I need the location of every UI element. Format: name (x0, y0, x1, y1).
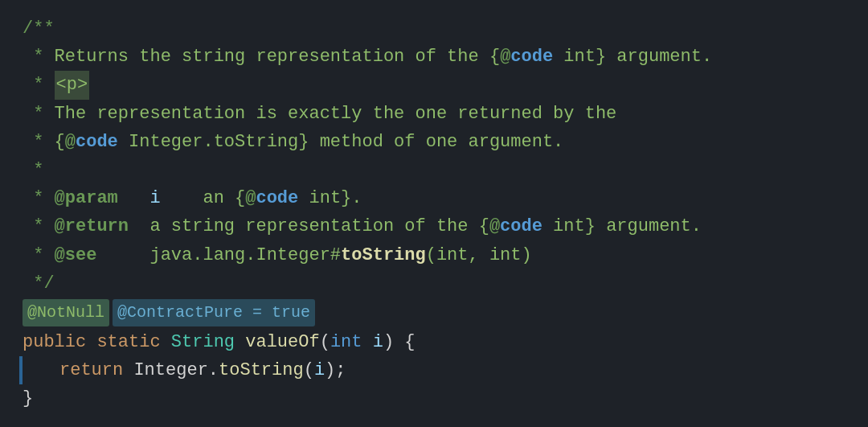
line-method-sig: public static String valueOf ( int i ) { (23, 328, 845, 356)
line-return-tag: * @return a string representation of the… (23, 212, 845, 240)
line-comment-close: */ (23, 269, 845, 298)
line-comment-open: /** (23, 14, 845, 43)
returns-text: Returns (55, 43, 140, 71)
line-see-tag: * @see java.lang.Integer#toString(int, i… (23, 241, 845, 269)
line-method-body: return Integer. toString ( i ); (19, 356, 845, 384)
tag-param: @param (55, 184, 118, 212)
comment-open-token: /** (23, 14, 55, 43)
tag-see: @see (55, 241, 97, 269)
line-empty-star: * (23, 156, 845, 184)
line-integer-tostring: * {@code Integer.toString} method of one… (23, 128, 845, 156)
star-1: * (23, 43, 55, 71)
tag-return: @return (55, 212, 129, 240)
line-returns: * Returns the string representation of t… (23, 43, 845, 71)
annotation-contractpure: @ContractPure = true (113, 299, 315, 326)
line-p-tag: * <p> (23, 71, 845, 99)
annotation-notnull: @NotNull (23, 299, 109, 326)
line-method-close: } (23, 384, 845, 413)
html-p-tag: <p> (55, 71, 90, 99)
line-param: * @param i an {@code int} . (23, 184, 845, 212)
line-representation: * The representation is exactly the one … (23, 100, 845, 128)
code-editor: /** * Returns the string representation … (0, 0, 868, 427)
annotation-line: @NotNull @ContractPure = true (23, 299, 845, 326)
